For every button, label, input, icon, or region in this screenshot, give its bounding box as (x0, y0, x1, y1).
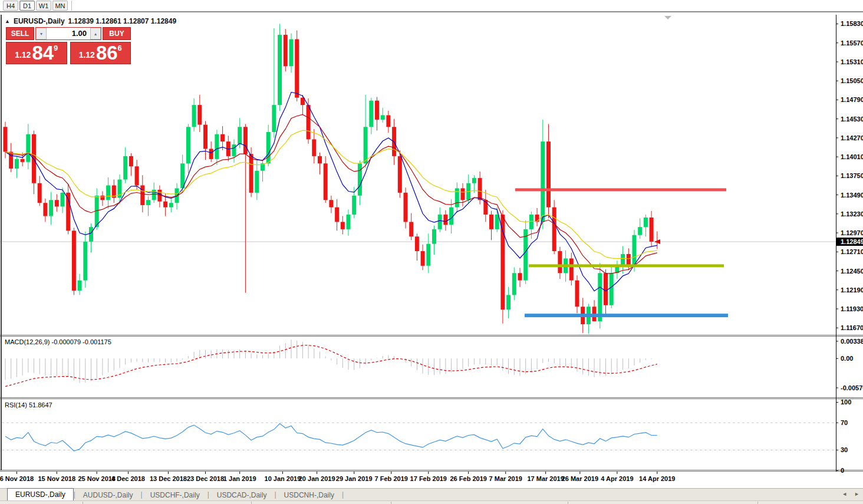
macd-label: MACD(12,26,9) -0.000079 -0.001175 (5, 338, 111, 345)
status-separator (568, 502, 568, 504)
date-tick-label: 23 Dec 2018 (187, 475, 224, 482)
rsi-tick-label: 0 (841, 467, 844, 474)
date-tick-label: 15 Nov 2018 (38, 475, 75, 482)
rsi-axis: 10070300 (836, 398, 851, 474)
sell-price-button[interactable]: 1.12 84 9 (6, 42, 67, 64)
date-tick-label: 25 Nov 2018 (78, 475, 116, 482)
date-tick-label: 4 Dec 2018 (111, 475, 145, 482)
price-tick-label: 1.14790 (841, 96, 863, 103)
tab-scroll-left-icon[interactable]: ◄ (842, 491, 847, 497)
date-tick-label: 17 Feb 2019 (410, 475, 447, 482)
buy-price-prefix: 1.12 (79, 50, 95, 60)
price-tick-label: 1.11930 (841, 305, 863, 312)
tab-scroll-buttons: ◄ ► (842, 491, 859, 497)
macd-tick-label: -0.00576 (841, 384, 863, 391)
buy-price-button[interactable]: 1.12 86 6 (70, 42, 131, 64)
current-price-tag: 1.12849 (841, 238, 863, 245)
chart-shift-marker-icon (664, 16, 671, 19)
price-tick-label: 1.15310 (841, 58, 863, 65)
buy-button[interactable]: BUY (103, 27, 131, 40)
date-tick-label: 26 Mar 2019 (562, 475, 598, 482)
date-tick-label: 17 Mar 2019 (527, 475, 564, 482)
buy-price-sup: 6 (118, 44, 122, 52)
macd-signal-line (5, 345, 657, 387)
timeframe-button-w1[interactable]: W1 (36, 1, 51, 11)
price-tick-label: 1.13750 (841, 172, 863, 179)
status-separator (83, 502, 83, 504)
date-tick-label: 10 Jan 2019 (265, 475, 301, 482)
volume-increase-button[interactable]: ▴ (90, 28, 101, 39)
timeframe-toolbar: H4D1W1MN (0, 0, 863, 12)
sell-button[interactable]: SELL (6, 27, 34, 40)
chart-tab-eurusd[interactable]: EURUSD-,Daily (7, 488, 74, 500)
volume-input[interactable]: 1.00 (47, 28, 90, 39)
medium-ma (5, 115, 657, 274)
macd-tick-label: 0.003387 (841, 338, 863, 345)
chart-ohlc-values: 1.12839 1.12861 1.12807 1.12849 (68, 17, 177, 25)
timeframe-button-mn[interactable]: MN (52, 1, 68, 11)
date-axis: 6 Nov 201815 Nov 201825 Nov 20184 Dec 20… (0, 472, 675, 482)
price-tick-label: 1.14270 (841, 134, 863, 141)
volume-decrease-button[interactable]: ▾ (36, 28, 47, 39)
rsi-panel (2, 423, 836, 451)
price-tick-label: 1.12970 (841, 229, 863, 236)
price-tick-label: 1.15050 (841, 77, 863, 84)
chart-tab-usdcnh[interactable]: USDCNH-,Daily (276, 489, 342, 500)
chart-tab-bar: EURUSD-,Daily|AUDUSD-,Daily|USDCHF-,Dail… (0, 488, 863, 500)
sell-price-prefix: 1.12 (15, 50, 31, 60)
date-tick-label: 7 Feb 2019 (375, 475, 408, 482)
chart-canvas[interactable]: 1.158301.155701.153101.150501.147901.145… (0, 0, 863, 504)
price-tick-label: 1.12450 (841, 268, 863, 275)
status-bar (0, 500, 863, 504)
date-tick-label: 20 Jan 2019 (299, 475, 335, 482)
support-line (525, 314, 728, 317)
sell-price-big: 84 (32, 43, 54, 63)
chart-title: ▲ EURUSD-,Daily 1.12839 1.12861 1.12807 … (5, 17, 176, 25)
timeframe-button-d1[interactable]: D1 (19, 1, 35, 11)
one-click-trading-panel: SELL ▾ 1.00 ▴ BUY 1.12 84 9 1.12 86 6 (6, 27, 131, 64)
chart-tab-audusd[interactable]: AUDUSD-,Daily (75, 489, 141, 500)
price-tick-label: 1.13230 (841, 210, 863, 218)
date-tick-label: 1 Jan 2019 (223, 475, 256, 482)
mid-support-line (529, 264, 724, 267)
date-tick-label: 29 Jan 2019 (336, 475, 373, 482)
resistance-line (515, 188, 726, 191)
price-tick-label: 1.13490 (841, 192, 863, 199)
rsi-tick-label: 70 (841, 419, 848, 426)
macd-panel (5, 340, 657, 386)
date-tick-label: 14 Apr 2019 (639, 475, 675, 482)
price-tick-label: 1.12190 (841, 286, 863, 294)
timeframe-button-h4[interactable]: H4 (3, 1, 18, 11)
date-tick-label: 6 Nov 2018 (0, 475, 34, 482)
rsi-label: RSI(14) 51.8647 (5, 401, 52, 409)
rsi-line (5, 424, 657, 452)
candles-layer (4, 24, 660, 334)
symbol-marker-icon: ▲ (5, 18, 10, 24)
status-separator (757, 502, 758, 504)
chart-tab-usdchf[interactable]: USDCHF-,Daily (143, 489, 207, 500)
rsi-tick-label: 30 (841, 446, 848, 453)
date-tick-label: 4 Apr 2019 (601, 475, 633, 482)
chart-symbol-label: EURUSD-,Daily (14, 17, 65, 25)
volume-stepper: ▾ 1.00 ▴ (35, 27, 101, 40)
object-lines-layer (515, 188, 728, 317)
rsi-tick-label: 100 (841, 398, 851, 406)
price-tick-label: 1.11670 (841, 324, 863, 331)
tab-scroll-right-icon[interactable]: ► (854, 491, 859, 497)
buy-price-big: 86 (96, 43, 118, 63)
price-tick-label: 1.15830 (841, 20, 863, 27)
tab-separator: | (342, 490, 344, 499)
toolbar-separator (71, 1, 72, 11)
date-tick-label: 26 Feb 2019 (450, 475, 487, 482)
slow-ma (5, 130, 657, 259)
price-axis: 1.158301.155701.153101.150501.147901.145… (836, 20, 863, 331)
panel-frame (0, 15, 863, 472)
price-tick-label: 1.15570 (841, 39, 863, 47)
price-tick-label: 1.14010 (841, 153, 863, 160)
status-separator (391, 502, 391, 504)
chart-tab-usdcad[interactable]: USDCAD-,Daily (209, 489, 275, 500)
macd-axis: 0.0033870.00-0.00576 (836, 338, 863, 391)
macd-tick-label: 0.00 (841, 355, 853, 362)
sell-price-sup: 9 (54, 44, 58, 52)
price-tick-label: 1.12710 (841, 248, 863, 255)
